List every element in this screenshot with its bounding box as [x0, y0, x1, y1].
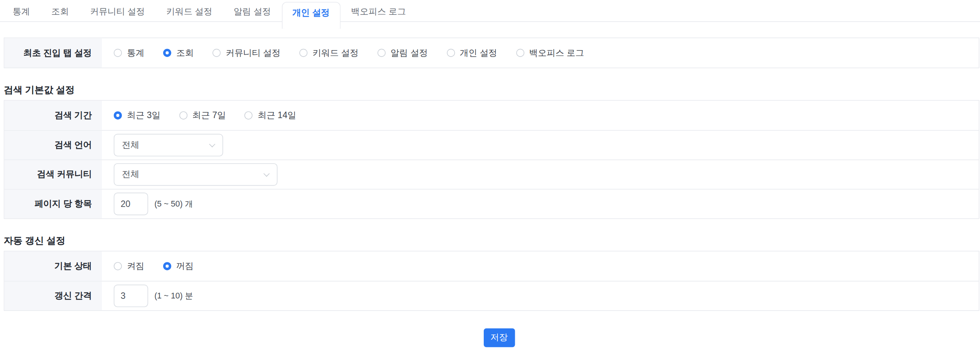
search-language-label: 검색 언어	[5, 131, 102, 160]
radio-circle[interactable]	[299, 49, 307, 57]
radio-circle[interactable]	[114, 262, 122, 270]
tab-personal-settings[interactable]: 개인 설정	[282, 2, 340, 29]
radio-option-label: 최근 14일	[258, 110, 296, 121]
refresh-state-radio-group: 켜짐 꺼짐	[114, 261, 194, 272]
radio-option-recent-14days[interactable]: 최근 14일	[245, 110, 296, 121]
select-value: 전체	[122, 139, 139, 151]
radio-circle[interactable]	[377, 49, 385, 57]
refresh-interval-hint: (1 ~ 10) 분	[154, 290, 193, 301]
radio-option-label: 알림 설정	[390, 47, 428, 59]
auto-refresh-table: 기본 상태 켜짐 꺼짐 갱신 간격	[4, 251, 979, 311]
chevron-down-icon	[209, 141, 215, 147]
radio-option-label: 최근 7일	[192, 110, 226, 121]
radio-circle[interactable]	[516, 49, 524, 57]
radio-option-backoffice-log[interactable]: 백오피스 로그	[516, 47, 584, 59]
radio-option-label: 개인 설정	[460, 47, 497, 59]
search-community-label: 검색 커뮤니티	[5, 160, 102, 189]
radio-option-personal-settings[interactable]: 개인 설정	[447, 47, 497, 59]
radio-circle[interactable]	[212, 49, 220, 57]
initial-tab-table: 최초 진입 탭 설정 통계 조회 커뮤니티 설정	[4, 38, 979, 68]
radio-option-label: 커뮤니티 설정	[226, 47, 281, 59]
radio-option-recent-3days[interactable]: 최근 3일	[114, 110, 161, 121]
search-language-row: 검색 언어 전체	[5, 130, 979, 160]
section-title-search-defaults: 검색 기본값 설정	[4, 84, 979, 96]
radio-circle[interactable]	[114, 49, 122, 57]
radio-option-label: 통계	[127, 47, 144, 59]
radio-option-on[interactable]: 켜짐	[114, 261, 145, 272]
search-period-label: 검색 기간	[5, 101, 102, 130]
radio-option-label: 켜짐	[127, 261, 144, 272]
radio-option-keyword-settings[interactable]: 키워드 설정	[299, 47, 358, 59]
save-button[interactable]: 저장	[484, 328, 514, 347]
search-community-row: 검색 커뮤니티 전체	[5, 160, 979, 189]
settings-content: 최초 진입 탭 설정 통계 조회 커뮤니티 설정	[4, 38, 979, 347]
radio-option-off[interactable]: 꺼짐	[163, 261, 194, 272]
chevron-down-icon	[263, 171, 269, 176]
radio-circle-checked[interactable]	[163, 49, 171, 57]
page-size-row: 페이지 당 항목 (5 ~ 50) 개	[5, 189, 979, 218]
select-value: 전체	[122, 169, 139, 180]
top-tab-bar: 통계 조회 커뮤니티 설정 키워드 설정 알림 설정 개인 설정 백오피스 로그	[0, 0, 980, 22]
initial-tab-radio-group: 통계 조회 커뮤니티 설정 키워드 설정	[114, 47, 584, 59]
radio-option-alert-settings[interactable]: 알림 설정	[377, 47, 428, 59]
tab-backoffice-log[interactable]: 백오피스 로그	[340, 0, 417, 22]
initial-tab-label: 최초 진입 탭 설정	[5, 38, 102, 67]
tab-community-settings[interactable]: 커뮤니티 설정	[79, 0, 156, 22]
radio-option-label: 꺼짐	[177, 261, 194, 272]
search-language-select[interactable]: 전체	[114, 134, 223, 157]
page-size-input[interactable]	[114, 192, 148, 215]
search-community-select[interactable]: 전체	[114, 163, 278, 186]
section-title-auto-refresh: 자동 갱신 설정	[4, 235, 979, 247]
page-size-hint: (5 ~ 50) 개	[154, 198, 193, 210]
radio-circle[interactable]	[179, 111, 187, 119]
radio-option-label: 키워드 설정	[312, 47, 358, 59]
radio-circle[interactable]	[447, 49, 455, 57]
tab-search[interactable]: 조회	[41, 0, 79, 22]
radio-option-label: 조회	[177, 47, 194, 59]
radio-circle-checked[interactable]	[114, 111, 122, 119]
radio-option-label: 최근 3일	[127, 110, 160, 121]
refresh-state-label: 기본 상태	[5, 251, 102, 281]
radio-circle-checked[interactable]	[163, 262, 171, 270]
tab-alert-settings[interactable]: 알림 설정	[223, 0, 282, 22]
radio-option-stats[interactable]: 통계	[114, 47, 145, 59]
initial-tab-row: 최초 진입 탭 설정 통계 조회 커뮤니티 설정	[5, 38, 979, 67]
tab-stats[interactable]: 통계	[2, 0, 41, 22]
radio-option-community-settings[interactable]: 커뮤니티 설정	[212, 47, 280, 59]
radio-option-recent-7days[interactable]: 최근 7일	[179, 110, 226, 121]
refresh-interval-input[interactable]	[114, 285, 148, 307]
save-row: 저장	[4, 328, 979, 347]
radio-circle[interactable]	[245, 111, 253, 119]
tab-keyword-settings[interactable]: 키워드 설정	[156, 0, 223, 22]
radio-option-label: 백오피스 로그	[529, 47, 584, 59]
refresh-interval-label: 갱신 간격	[5, 282, 102, 310]
search-period-row: 검색 기간 최근 3일 최근 7일 최근 14일	[5, 101, 979, 130]
personal-settings-page: 통계 조회 커뮤니티 설정 키워드 설정 알림 설정 개인 설정 백오피스 로그…	[0, 0, 980, 352]
search-period-radio-group: 최근 3일 최근 7일 최근 14일	[114, 110, 296, 121]
page-size-label: 페이지 당 항목	[5, 189, 102, 218]
search-defaults-table: 검색 기간 최근 3일 최근 7일 최근 14일	[4, 100, 979, 219]
refresh-interval-row: 갱신 간격 (1 ~ 10) 분	[5, 281, 979, 310]
refresh-state-row: 기본 상태 켜짐 꺼짐	[5, 251, 979, 281]
radio-option-search[interactable]: 조회	[163, 47, 194, 59]
